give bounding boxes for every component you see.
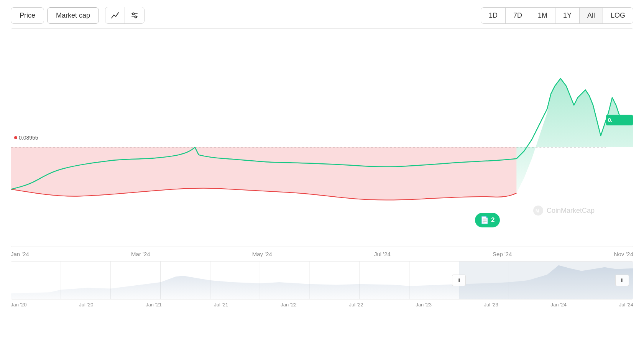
toolbar-left: Price Market cap	[11, 7, 145, 24]
price-dot	[14, 136, 17, 139]
watermark: M CoinMarketCap	[533, 205, 595, 216]
mini-x-jul24: Jul '24	[619, 302, 633, 308]
left-pause-button[interactable]: ⏸	[452, 275, 466, 286]
main-x-axis: Jan '24 Mar '24 May '24 Jul '24 Sep '24 …	[0, 247, 644, 261]
mini-x-jan21: Jan '21	[146, 302, 162, 308]
mini-x-jan20: Jan '20	[11, 302, 27, 308]
mini-x-jul22: Jul '22	[349, 302, 363, 308]
svg-text:0.: 0.	[608, 117, 613, 123]
1d-button[interactable]: 1D	[481, 8, 506, 23]
svg-point-2	[133, 13, 135, 15]
news-badge[interactable]: 📄 2	[475, 213, 500, 227]
x-label-mar24: Mar '24	[131, 251, 150, 257]
log-button[interactable]: LOG	[603, 8, 633, 23]
price-label: 0.08955	[14, 135, 38, 141]
7d-button[interactable]: 7D	[506, 8, 530, 23]
mini-x-jan23: Jan '23	[416, 302, 432, 308]
time-period-group: 1D 7D 1M 1Y All LOG	[481, 7, 633, 24]
mini-x-jan24: Jan '24	[551, 302, 567, 308]
mini-x-jul20: Jul '20	[79, 302, 93, 308]
price-value: 0.08955	[19, 135, 38, 141]
mini-chart: ⏸ ⏸	[11, 261, 633, 299]
mini-x-jul23: Jul '23	[484, 302, 498, 308]
mini-x-jan22: Jan '22	[281, 302, 297, 308]
svg-rect-21	[459, 262, 633, 299]
mini-x-axis: Jan '20 Jul '20 Jan '21 Jul '21 Jan '22 …	[0, 299, 644, 309]
settings-button[interactable]	[125, 7, 144, 23]
market-cap-tab[interactable]: Market cap	[47, 7, 99, 24]
svg-point-3	[135, 16, 137, 18]
watermark-text: CoinMarketCap	[547, 207, 595, 215]
x-label-nov24: Nov '24	[614, 251, 633, 257]
x-label-jan24: Jan '24	[11, 251, 29, 257]
x-label-sep24: Sep '24	[493, 251, 512, 257]
main-chart: 0. 0.08955 M CoinMarketCap 📄 2	[11, 28, 633, 247]
x-label-jul24: Jul '24	[374, 251, 391, 257]
svg-text:M: M	[536, 209, 539, 213]
all-button[interactable]: All	[580, 8, 603, 23]
mini-x-jul21: Jul '21	[214, 302, 228, 308]
1y-button[interactable]: 1Y	[555, 8, 580, 23]
x-label-may24: May '24	[252, 251, 272, 257]
price-tab[interactable]: Price	[11, 7, 44, 24]
news-count: 2	[491, 216, 495, 224]
chart-type-group	[105, 7, 145, 24]
1m-button[interactable]: 1M	[530, 8, 555, 23]
line-chart-button[interactable]	[105, 7, 125, 23]
toolbar: Price Market cap 1D 7D 1M 1Y All	[0, 0, 644, 28]
right-pause-button[interactable]: ⏸	[615, 275, 629, 286]
news-icon: 📄	[480, 216, 489, 224]
